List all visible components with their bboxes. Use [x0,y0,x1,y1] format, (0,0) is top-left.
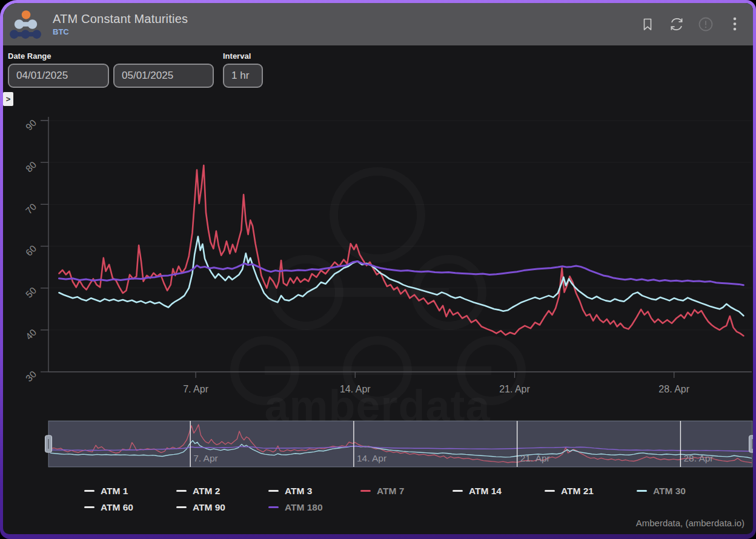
legend-item-atm-180[interactable]: ATM 180 [268,499,360,515]
legend-dash-icon [637,490,647,492]
alert-circle-icon[interactable] [697,16,714,33]
legend-item-atm-30[interactable]: ATM 30 [637,483,729,499]
legend-dash-icon [84,490,94,492]
nav-tick-label: 14. Apr [357,453,386,463]
legend-dash-icon [176,490,187,492]
legend-item-atm-1[interactable]: ATM 1 [84,483,176,499]
y-axis-tick-label: 30 [24,369,38,383]
legend-dash-icon [84,506,94,508]
date-range-label: Date Range [8,51,51,61]
legend-item-atm-14[interactable]: ATM 14 [453,483,545,499]
legend-item-atm-21[interactable]: ATM 21 [545,483,637,499]
legend-item-atm-90[interactable]: ATM 90 [176,499,268,515]
x-axis-tick-label: 21. Apr [499,384,530,394]
legend-item-atm-2[interactable]: ATM 2 [176,483,268,499]
y-axis-tick-label: 90 [24,117,38,132]
nav-tick-label: 21. Apr [520,453,550,463]
nav-tick-label: 28. Apr [683,453,713,463]
amberdata-watermark: amberdata [234,171,522,421]
chart-legend: ATM 1ATM 2ATM 3ATM 7ATM 14ATM 21ATM 30AT… [84,483,738,515]
legend-label: ATM 3 [285,486,312,497]
window-frame: ATM Constant Maturities BTC [0,0,756,539]
kebab-menu-icon[interactable] [726,16,743,33]
legend-dash-icon [453,490,463,492]
widget-window: ATM Constant Maturities BTC [3,3,753,534]
nav-handle-right[interactable] [749,435,754,452]
watermark-text: amberdata [264,382,490,421]
controls-bar: Date Range Interval [3,45,753,93]
credit-text: Amberdata, (amberdata.io) [636,518,744,528]
y-axis-tick-label: 50 [24,285,38,300]
y-axis-tick-label: 40 [24,327,38,342]
y-axis-tick-label: 80 [24,159,38,174]
interval-label: Interval [223,51,251,61]
legend-label: ATM 7 [377,486,404,497]
x-axis-tick-label: 28. Apr [658,384,689,394]
sidebar-expand-button[interactable]: > [3,92,13,106]
legend-label: ATM 90 [193,502,225,513]
legend-item-atm-7[interactable]: ATM 7 [360,483,453,499]
legend-item-atm-3[interactable]: ATM 3 [268,483,360,499]
y-axis-tick-label: 70 [24,201,38,216]
date-to-input[interactable] [113,64,214,88]
title-block: ATM Constant Maturities BTC [53,12,188,36]
main-chart[interactable]: amberdata 304050607080907. Apr14. Apr21.… [3,91,753,421]
amberdata-logo [9,8,42,41]
refresh-icon[interactable] [668,16,685,33]
legend-dash-icon [268,490,279,492]
legend-dash-icon [545,490,555,492]
legend-label: ATM 1 [101,486,128,497]
legend-label: ATM 2 [193,486,220,497]
legend-label: ATM 60 [101,502,133,513]
navigator[interactable]: 7. Apr14. Apr21. Apr28. Apr [3,418,753,474]
y-axis-tick-label: 60 [24,243,38,257]
legend-label: ATM 180 [285,502,323,513]
nav-tick-label: 7. Apr [193,453,218,463]
legend-label: ATM 30 [653,486,686,497]
x-axis-tick-label: 7. Apr [183,384,208,394]
titlebar-actions [639,16,743,33]
bookmark-icon[interactable] [639,16,656,33]
series-line-atm-180 [59,261,744,285]
titlebar: ATM Constant Maturities BTC [3,3,753,45]
legend-item-atm-60[interactable]: ATM 60 [84,499,176,515]
interval-input[interactable] [223,64,263,88]
x-axis-tick-label: 14. Apr [340,384,371,394]
legend-label: ATM 21 [561,486,594,497]
asset-subtitle: BTC [53,27,188,36]
page-title: ATM Constant Maturities [53,12,188,26]
legend-dash-icon [268,506,279,508]
legend-dash-icon [176,506,187,508]
date-from-input[interactable] [8,64,109,88]
legend-label: ATM 14 [469,486,502,497]
nav-handle-left[interactable] [45,435,52,452]
legend-dash-icon [360,490,371,492]
